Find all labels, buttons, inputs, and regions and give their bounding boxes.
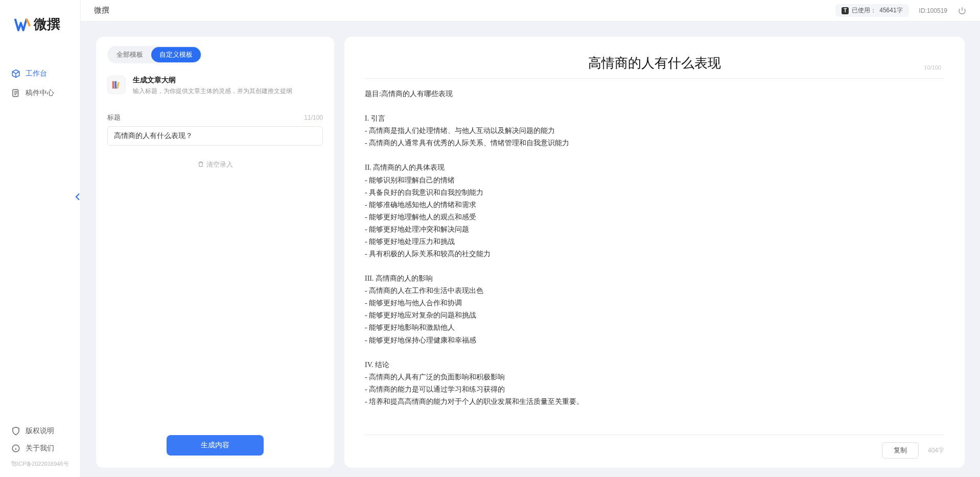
template-tabs: 全部模板 自定义模板 [107, 46, 202, 63]
tab-custom-templates[interactable]: 自定义模板 [151, 47, 201, 62]
char-count: 404字 [928, 446, 944, 455]
svg-rect-4 [116, 82, 120, 88]
output-body: 题目:高情商的人有哪些表现 I. 引言 - 高情商是指人们处理情绪、与他人互动以… [365, 88, 944, 429]
field-label-title: 标题 [107, 113, 121, 122]
output-title: 高情商的人有什么表现 [365, 54, 944, 72]
nav: 工作台 稿件中心 [0, 43, 80, 422]
template-desc: 输入标题，为你提供文章主体的灵感，并为其创建推文提纲 [133, 87, 323, 96]
foot-item-about[interactable]: 关于我们 [0, 440, 80, 457]
power-icon[interactable] [958, 6, 967, 15]
books-icon [107, 76, 126, 94]
nav-item-drafts[interactable]: 稿件中心 [0, 83, 80, 103]
info-icon [11, 444, 20, 453]
panel-output: 高情商的人有什么表现 10/100 题目:高情商的人有哪些表现 I. 引言 - … [344, 37, 965, 468]
foot-item-label: 版权说明 [26, 426, 54, 436]
clear-label: 清空录入 [206, 160, 233, 169]
shield-icon [11, 426, 20, 436]
svg-rect-2 [112, 81, 114, 89]
header-id: ID:100519 [919, 7, 947, 14]
template-card: 生成文章大纲 输入标题，为你提供文章主体的灵感，并为其创建推文提纲 [107, 73, 323, 99]
logo-icon [14, 16, 31, 33]
copy-button[interactable]: 复制 [882, 442, 919, 459]
logo-text: 微撰 [34, 15, 60, 33]
text-count-icon: T [842, 7, 849, 14]
output-top-count: 10/100 [924, 64, 941, 71]
usage-badge: T 已使用： 45641字 [835, 4, 908, 17]
content: 全部模板 自定义模板 生成文章大纲 输入标题，为你提供文章主体的灵感，并为其创建… [81, 21, 980, 477]
sidebar: 微撰 工作台 稿件中心 版权说明 [0, 0, 81, 477]
field-count: 11/100 [304, 114, 323, 121]
main: 微撰 T 已使用： 45641字 ID:100519 全部模板 自定义模板 [81, 0, 980, 477]
icp-text: 鄂ICP备2022016946号 [0, 457, 80, 471]
doc-icon [11, 88, 20, 98]
trash-icon [197, 161, 204, 169]
sidebar-footer: 版权说明 关于我们 鄂ICP备2022016946号 [0, 422, 80, 477]
logo: 微撰 [0, 0, 80, 43]
title-input[interactable] [107, 126, 323, 146]
collapse-handle[interactable] [75, 191, 81, 202]
nav-item-workbench[interactable]: 工作台 [0, 64, 80, 83]
header-title: 微撰 [94, 6, 825, 15]
usage-value: 45641字 [879, 6, 902, 15]
clear-button[interactable]: 清空录入 [107, 160, 323, 169]
cube-icon [11, 69, 20, 78]
nav-item-label: 工作台 [26, 69, 47, 78]
generate-button[interactable]: 生成内容 [167, 435, 264, 456]
foot-item-label: 关于我们 [26, 444, 54, 453]
usage-prefix: 已使用： [852, 6, 876, 15]
header: 微撰 T 已使用： 45641字 ID:100519 [81, 0, 980, 21]
svg-rect-3 [114, 81, 116, 89]
divider [365, 78, 944, 79]
foot-item-copyright[interactable]: 版权说明 [0, 422, 80, 440]
panel-input: 全部模板 自定义模板 生成文章大纲 输入标题，为你提供文章主体的灵感，并为其创建… [96, 37, 334, 468]
template-title: 生成文章大纲 [133, 76, 323, 85]
nav-item-label: 稿件中心 [26, 88, 54, 98]
tab-all-templates[interactable]: 全部模板 [108, 47, 151, 62]
